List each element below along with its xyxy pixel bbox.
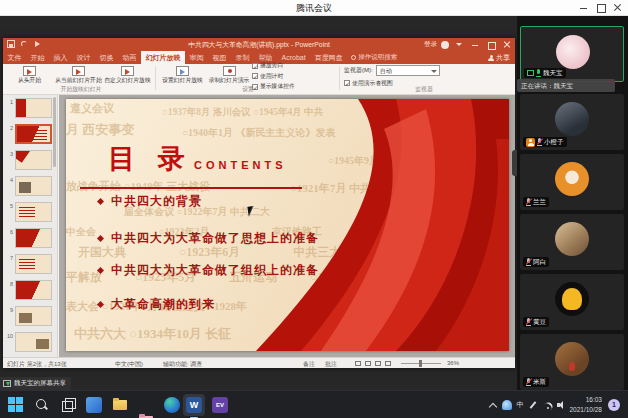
thumbnail-image xyxy=(15,150,52,170)
tab-animations[interactable]: 动画 xyxy=(118,51,141,64)
file-explorer-icon[interactable] xyxy=(112,397,128,413)
group-label-setup: 设置 xyxy=(159,85,337,94)
participant-tile-2[interactable]: 小橙子 xyxy=(520,94,624,150)
start-button[interactable] xyxy=(8,397,24,413)
monitor-play-icon xyxy=(23,66,36,76)
ribbon-options-icon[interactable] xyxy=(453,39,465,50)
accessibility-status[interactable]: 辅助功能: 调查 xyxy=(163,360,202,369)
tab-design[interactable]: 设计 xyxy=(72,51,95,64)
tab-slideshow[interactable]: 幻灯片放映 xyxy=(141,51,185,64)
participant-tile-1[interactable]: 魏天宝 xyxy=(520,26,624,82)
ppt-share-button[interactable]: 共享 xyxy=(483,51,515,64)
notification-badge[interactable]: 1 xyxy=(608,399,620,411)
language-tray-icon[interactable]: 中 xyxy=(515,400,525,410)
from-beginning-button[interactable]: 从头开始 xyxy=(6,65,53,87)
slideshow-view-icon[interactable] xyxy=(385,361,391,366)
tab-view[interactable]: 视图 xyxy=(208,51,231,64)
edge-browser-icon[interactable] xyxy=(164,397,180,413)
widgets-icon[interactable] xyxy=(86,397,102,413)
participant-tile-3[interactable]: 兰兰 xyxy=(520,154,624,210)
screen-recorder-icon[interactable]: EV xyxy=(212,397,228,413)
thumbnail-scrollbar[interactable] xyxy=(53,97,56,167)
volume-icon[interactable] xyxy=(556,400,566,410)
setup-slideshow-button[interactable]: 设置幻灯片放映 xyxy=(159,65,206,87)
use-timings-checkbox[interactable]: 使用计时 xyxy=(252,72,295,81)
tab-transitions[interactable]: 切换 xyxy=(95,51,118,64)
custom-slideshow-button[interactable]: 自定义幻灯片放映 xyxy=(104,65,151,87)
mouse-cursor xyxy=(247,205,259,216)
word-icon[interactable]: W xyxy=(186,397,202,413)
minimize-button[interactable] xyxy=(576,0,592,16)
account-avatar[interactable] xyxy=(441,41,449,49)
comments-button[interactable]: 批注 xyxy=(325,360,337,369)
ppt-close-button[interactable] xyxy=(501,39,513,50)
thumbnail-slide-8[interactable]: 8 xyxy=(3,280,53,300)
meeting-window-title: 腾讯会议 xyxy=(0,0,628,16)
participant-tile-5[interactable]: 黄豆 xyxy=(520,274,624,330)
tell-me-search[interactable]: 操作说明搜索 xyxy=(347,51,401,64)
tab-review[interactable]: 审阅 xyxy=(185,51,208,64)
notes-button[interactable]: 备注 xyxy=(303,360,315,369)
tray-overflow-chevron-icon[interactable] xyxy=(488,400,498,410)
meeting-titlebar: 腾讯会议 xyxy=(0,0,628,16)
search-icon[interactable] xyxy=(34,397,50,413)
zoom-slider-knob[interactable] xyxy=(419,360,422,367)
maximize-button[interactable] xyxy=(593,0,609,16)
tab-record[interactable]: 录制 xyxy=(231,51,254,64)
tab-home[interactable]: 开始 xyxy=(26,51,49,64)
pen-input-icon[interactable] xyxy=(528,400,538,410)
mic-muted-icon xyxy=(526,258,531,266)
thumbnail-slide-4[interactable]: 4 xyxy=(3,176,53,196)
taskbar-clock[interactable]: 16:03 2021/10/28 xyxy=(569,395,602,415)
thumbnail-slide-5[interactable]: 5 xyxy=(3,202,53,222)
thumbnail-slide-10[interactable]: 10 xyxy=(3,332,53,352)
ppt-restore-button[interactable] xyxy=(485,39,497,50)
monitor-play-icon xyxy=(72,66,85,76)
thumbnail-image xyxy=(15,306,52,326)
reading-view-icon[interactable] xyxy=(375,361,381,366)
task-view-icon[interactable] xyxy=(60,397,76,413)
normal-view-icon[interactable] xyxy=(355,361,361,366)
mic-muted-icon xyxy=(526,318,531,326)
speaking-toast: 正在讲话：魏天宝 xyxy=(517,79,615,92)
thumbnail-slide-2-selected[interactable]: 2 xyxy=(3,124,53,144)
screen-share-icon xyxy=(3,380,11,387)
tab-insert[interactable]: 插入 xyxy=(49,51,72,64)
tab-file[interactable]: 文件 xyxy=(3,51,26,64)
cloud-sync-icon[interactable] xyxy=(502,400,512,410)
mic-muted-icon xyxy=(526,378,531,386)
sign-in-button[interactable]: 登录 xyxy=(424,40,437,49)
undo-icon[interactable] xyxy=(20,40,28,48)
thumbnail-slide-1[interactable]: 1 xyxy=(3,98,53,118)
thumbnail-image xyxy=(15,254,52,274)
zoom-percentage[interactable]: 36% xyxy=(447,360,459,366)
checkbox-icon xyxy=(252,63,258,69)
record-slideshow-button[interactable]: 录制幻灯片演示 xyxy=(208,65,250,87)
thumbnail-slide-7[interactable]: 7 xyxy=(3,254,53,274)
current-slide[interactable]: 遵义会议 ○1937年8月 洛川会议 ○1945年4月 中共 月 西安事变 ○1… xyxy=(66,99,509,351)
wifi-icon[interactable] xyxy=(543,400,553,410)
panel-collapse-handle[interactable] xyxy=(512,150,517,176)
monitor-play-icon xyxy=(121,66,134,76)
tab-baidu-netdisk[interactable]: 百度网盘 xyxy=(310,51,347,64)
pink-folder-icon[interactable] xyxy=(138,413,154,418)
participant-tile-6[interactable]: 米斯 xyxy=(520,334,624,390)
thumbnail-image xyxy=(15,124,52,144)
thumbnail-slide-9[interactable]: 9 xyxy=(3,306,53,326)
ppt-minimize-button[interactable] xyxy=(469,39,481,50)
participant-tile-4[interactable]: 阿白 xyxy=(520,214,624,270)
play-narrations-checkbox[interactable]: 播放旁白 xyxy=(252,61,295,70)
avatar xyxy=(555,162,589,196)
language-indicator[interactable]: 中文(中国) xyxy=(115,360,143,369)
monitor-dropdown[interactable]: 自动 xyxy=(376,65,440,76)
screen-share-indicator[interactable]: 魏天宝的屏幕共享 xyxy=(0,377,71,390)
thumbnail-slide-6[interactable]: 6 xyxy=(3,228,53,248)
from-current-slide-button[interactable]: 从当前幻灯片开始 xyxy=(55,65,102,87)
thumbnail-slide-3[interactable]: 3 xyxy=(3,150,53,170)
slide-title: 目 录 xyxy=(108,141,193,177)
start-slideshow-icon[interactable] xyxy=(33,40,41,48)
save-icon[interactable] xyxy=(7,40,15,48)
thumbnail-image xyxy=(15,228,52,248)
close-button[interactable] xyxy=(610,0,626,16)
slide-sorter-icon[interactable] xyxy=(365,361,371,366)
